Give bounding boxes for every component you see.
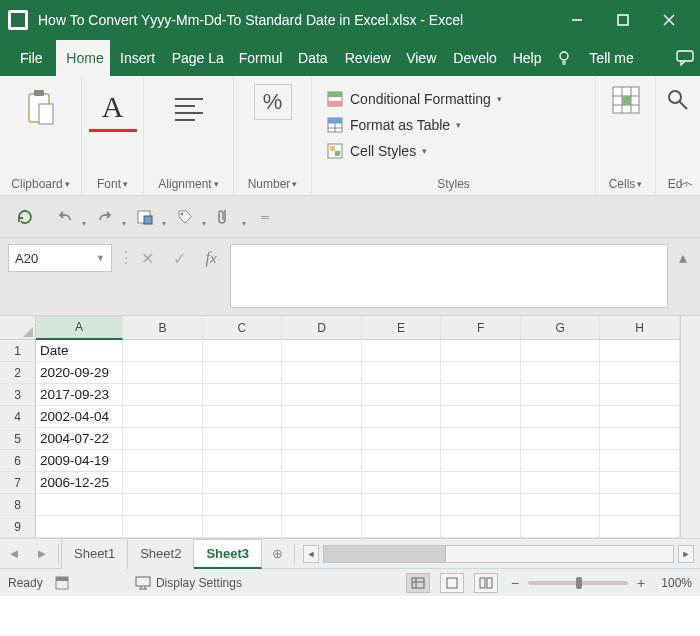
cell-C2[interactable]: [203, 362, 283, 384]
cell-F9[interactable]: [441, 516, 521, 538]
column-header-F[interactable]: F: [441, 316, 521, 340]
cancel-formula-button[interactable]: ✕: [134, 244, 160, 272]
qat-customize-button[interactable]: ═: [252, 204, 278, 230]
sheet-tab-sheet2[interactable]: Sheet2: [128, 539, 194, 569]
cell-C9[interactable]: [203, 516, 283, 538]
cell-H7[interactable]: [600, 472, 680, 494]
cell-B5[interactable]: [123, 428, 203, 450]
cell-E4[interactable]: [362, 406, 442, 428]
cell-B6[interactable]: [123, 450, 203, 472]
tab-data[interactable]: Data: [288, 40, 335, 76]
macro-record-icon[interactable]: [53, 574, 71, 592]
cell-H8[interactable]: [600, 494, 680, 516]
cell-A2[interactable]: 2020-09-29: [36, 362, 123, 384]
zoom-slider[interactable]: [528, 581, 628, 585]
cell-C6[interactable]: [203, 450, 283, 472]
cell-A1[interactable]: Date: [36, 340, 123, 362]
grid-body[interactable]: Date2020-09-292017-09-232002-04-042004-0…: [36, 340, 680, 538]
tab-help[interactable]: Help: [503, 40, 549, 76]
hscroll-left-button[interactable]: ◄: [303, 545, 319, 563]
cell-D7[interactable]: [282, 472, 362, 494]
cell-G1[interactable]: [521, 340, 601, 362]
cell-F7[interactable]: [441, 472, 521, 494]
cell-H3[interactable]: [600, 384, 680, 406]
conditional-formatting-button[interactable]: Conditional Formatting▾: [326, 86, 581, 112]
hscroll-thumb[interactable]: [324, 546, 446, 562]
insert-function-button[interactable]: fx: [198, 244, 224, 272]
name-box[interactable]: A20 ▼: [8, 244, 112, 272]
sheet-tab-sheet3[interactable]: Sheet3: [194, 539, 262, 569]
cell-A9[interactable]: [36, 516, 123, 538]
view-page-break-button[interactable]: [474, 573, 498, 593]
lightbulb-icon[interactable]: [549, 40, 580, 76]
cell-F5[interactable]: [441, 428, 521, 450]
cell-G5[interactable]: [521, 428, 601, 450]
cell-F4[interactable]: [441, 406, 521, 428]
comments-icon[interactable]: [669, 40, 700, 76]
cell-F2[interactable]: [441, 362, 521, 384]
cell-H5[interactable]: [600, 428, 680, 450]
formula-input[interactable]: [230, 244, 668, 308]
refresh-button[interactable]: [12, 204, 38, 230]
cell-E3[interactable]: [362, 384, 442, 406]
cells-button[interactable]: [610, 84, 642, 116]
cell-B1[interactable]: [123, 340, 203, 362]
column-header-C[interactable]: C: [203, 316, 283, 340]
cell-C8[interactable]: [203, 494, 283, 516]
cell-B4[interactable]: [123, 406, 203, 428]
cell-E7[interactable]: [362, 472, 442, 494]
cell-H6[interactable]: [600, 450, 680, 472]
tab-view[interactable]: View: [396, 40, 443, 76]
cell-A5[interactable]: 2004-07-22: [36, 428, 123, 450]
cell-H4[interactable]: [600, 406, 680, 428]
cell-D9[interactable]: [282, 516, 362, 538]
cell-D4[interactable]: [282, 406, 362, 428]
cell-E2[interactable]: [362, 362, 442, 384]
cell-C1[interactable]: [203, 340, 283, 362]
new-sheet-button[interactable]: ⊕: [262, 546, 292, 561]
cell-D2[interactable]: [282, 362, 362, 384]
cell-A6[interactable]: 2009-04-19: [36, 450, 123, 472]
tab-review[interactable]: Review: [335, 40, 396, 76]
tab-formulas[interactable]: Formul: [229, 40, 288, 76]
row-header-7[interactable]: 7: [0, 472, 36, 494]
cell-A4[interactable]: 2002-04-04: [36, 406, 123, 428]
row-header-5[interactable]: 5: [0, 428, 36, 450]
tab-insert[interactable]: Insert: [110, 40, 162, 76]
horizontal-scrollbar[interactable]: ◄ ►: [297, 545, 700, 563]
paste-button[interactable]: [17, 84, 65, 132]
row-header-3[interactable]: 3: [0, 384, 36, 406]
cell-H2[interactable]: [600, 362, 680, 384]
column-header-H[interactable]: H: [600, 316, 680, 340]
cell-E6[interactable]: [362, 450, 442, 472]
column-header-D[interactable]: D: [282, 316, 362, 340]
expand-formula-bar-button[interactable]: ▴: [674, 244, 692, 267]
editing-button[interactable]: [662, 84, 694, 116]
cell-H1[interactable]: [600, 340, 680, 362]
redo-button[interactable]: ▾: [92, 204, 118, 230]
vertical-scrollbar[interactable]: [680, 316, 700, 538]
cell-D5[interactable]: [282, 428, 362, 450]
cell-G2[interactable]: [521, 362, 601, 384]
cell-H9[interactable]: [600, 516, 680, 538]
cell-G6[interactable]: [521, 450, 601, 472]
cell-styles-button[interactable]: Cell Styles▾: [326, 138, 581, 164]
column-header-A[interactable]: A: [36, 316, 123, 340]
view-page-layout-button[interactable]: [440, 573, 464, 593]
row-header-2[interactable]: 2: [0, 362, 36, 384]
cell-F3[interactable]: [441, 384, 521, 406]
sheet-nav-next[interactable]: ►: [28, 539, 56, 569]
sheet-nav-prev[interactable]: ◄: [0, 539, 28, 569]
minimize-button[interactable]: [554, 0, 600, 40]
collapse-ribbon-button[interactable]: ︿: [680, 173, 694, 191]
cell-F1[interactable]: [441, 340, 521, 362]
cell-A3[interactable]: 2017-09-23: [36, 384, 123, 406]
cell-G9[interactable]: [521, 516, 601, 538]
cell-B3[interactable]: [123, 384, 203, 406]
display-settings-button[interactable]: Display Settings: [134, 574, 242, 592]
cell-G3[interactable]: [521, 384, 601, 406]
cell-B7[interactable]: [123, 472, 203, 494]
cell-A7[interactable]: 2006-12-25: [36, 472, 123, 494]
row-header-9[interactable]: 9: [0, 516, 36, 538]
column-header-G[interactable]: G: [521, 316, 601, 340]
